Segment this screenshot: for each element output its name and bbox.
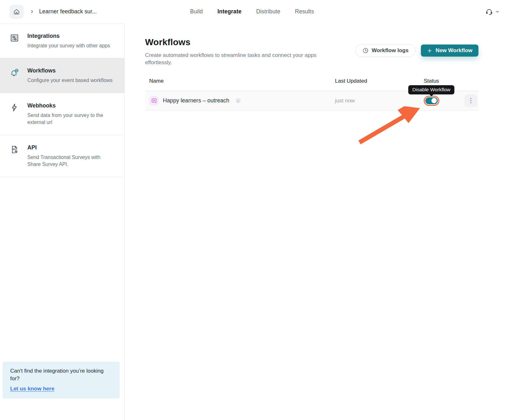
history-clock-icon [362,47,369,54]
help-box-text: Can't find the integration you’re lookin… [10,367,112,383]
workflows-table: Name Last Updated Status [145,78,478,111]
help-box: Can't find the integration you’re lookin… [3,362,120,398]
sidebar-item-title: Workflows [27,67,113,74]
tab-build[interactable]: Build [190,8,203,15]
sidebar-item-api[interactable]: API Send Transactional Surveys with Shar… [0,135,124,177]
sidebar-item-title: Integrations [27,33,110,39]
sidebar-item-subtitle: Integrate your survey with other apps [27,42,110,49]
row-menu-button[interactable] [464,94,477,107]
new-workflow-label: New Workflow [436,47,472,54]
sidebar-item-text: Integrations Integrate your survey with … [27,33,110,49]
page-description: Create automated workflows to streamline… [145,52,325,66]
kebab-icon [470,98,471,103]
sidebar-item-workflows[interactable]: Workflows Configure your event based wor… [0,58,124,93]
workflow-logs-button[interactable]: Workflow logs [355,44,415,57]
sidebar-item-title: Webhooks [27,102,115,109]
status-toggle[interactable] [425,97,438,104]
workflow-name: Happy learners – outreach [163,97,229,104]
sidebar-item-text: API Send Transactional Surveys with Shar… [27,144,115,168]
sidebar-item-subtitle: Send Transactional Surveys with Share Su… [27,154,115,168]
let-us-know-link[interactable]: Let us know here [10,386,54,392]
tab-distribute[interactable]: Distribute [256,8,280,15]
home-button[interactable] [10,5,24,19]
sidebar-item-subtitle: Send data from your survey to the extern… [27,112,115,126]
col-name: Name [145,78,335,84]
home-icon [13,8,20,15]
top-nav: Build Integrate Distribute Results [190,0,314,23]
app-window: Learner feedback sur... Build Integrate … [0,0,509,420]
workflow-name-cell: Happy learners – outreach i [145,96,335,106]
col-last-updated: Last Updated [335,78,402,84]
chevron-down-icon [495,10,499,14]
content-header: Workflows Create automated workflows to … [125,23,509,66]
header-actions: Workflow logs New Workflow [355,44,478,57]
page-title: Workflows [145,37,325,47]
new-workflow-button[interactable]: New Workflow [421,45,478,57]
disable-workflow-tooltip: Disable Workflow [408,85,454,94]
tab-results[interactable]: Results [295,8,314,15]
breadcrumb[interactable]: Learner feedback sur... [39,8,97,15]
sidebar-item-webhooks[interactable]: Webhooks Send data from your survey to t… [0,93,124,135]
workflow-logs-label: Workflow logs [372,47,408,54]
code-file-gear-icon [10,145,20,168]
sidebar-item-integrations[interactable]: Integrations Integrate your survey with … [0,24,124,58]
top-bar: Learner feedback sur... Build Integrate … [0,0,509,23]
plus-icon [427,48,432,53]
breadcrumb-chevron-icon [30,10,34,14]
sidebar-item-text: Webhooks Send data from your survey to t… [27,102,115,126]
workflow-smiley-icon [149,96,159,106]
sidebar: Integrations Integrate your survey with … [0,23,125,420]
toggle-knob [431,98,437,103]
table-row[interactable]: Happy learners – outreach i just now Dis… [145,91,478,111]
support-menu[interactable] [485,8,499,16]
status-cell: Disable Workflow [424,96,439,106]
main-content: Workflows Create automated workflows to … [125,23,509,420]
sidebar-item-title: API [27,144,115,151]
sliders-icon [10,33,20,49]
tab-integrate[interactable]: Integrate [217,8,241,15]
last-updated-value: just now [335,98,402,104]
lightning-icon [10,103,20,126]
sidebar-item-subtitle: Configure your event based workflows [27,77,113,84]
info-icon[interactable]: i [235,98,241,103]
headset-icon [485,8,493,16]
sidebar-item-text: Workflows Configure your event based wor… [27,67,113,84]
bell-check-icon [10,68,20,84]
row-menu-cell [464,94,478,107]
title-block: Workflows Create automated workflows to … [145,37,325,66]
col-status: Status [402,78,461,84]
